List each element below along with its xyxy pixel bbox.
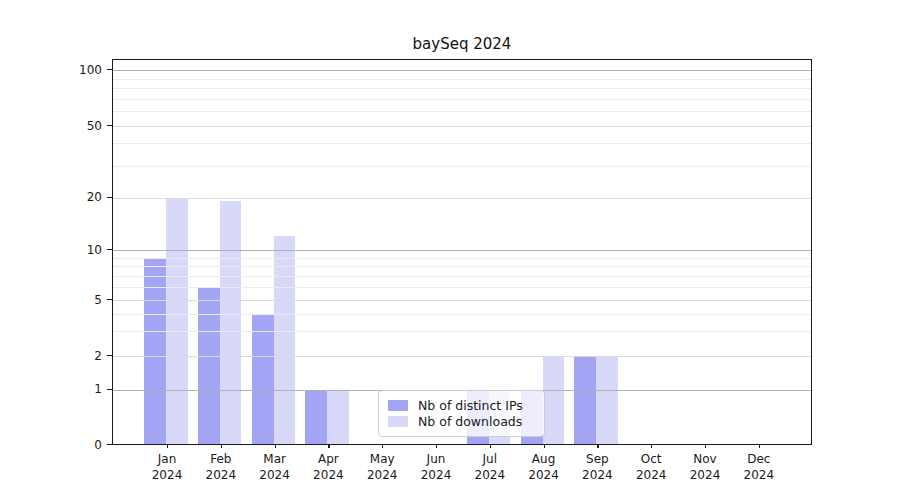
y-tick-mark-0 <box>107 444 112 445</box>
legend-item-downloads: Nb of downloads <box>388 414 534 429</box>
y-tick-label-10: 10 <box>56 243 102 257</box>
bar-distinct-ips-jan <box>144 258 166 444</box>
gridline-60 <box>113 111 811 112</box>
x-tick-mark-may <box>382 444 383 448</box>
gridline-70 <box>113 99 811 100</box>
gridline-80 <box>113 88 811 89</box>
gridline-100 <box>113 70 811 71</box>
gridline-20 <box>113 198 811 199</box>
gridline-4 <box>113 314 811 315</box>
gridline-8 <box>113 266 811 267</box>
legend-label-downloads: Nb of downloads <box>418 414 522 429</box>
y-tick-label-20: 20 <box>56 190 102 204</box>
y-tick-mark-10 <box>107 249 112 250</box>
gridline-3 <box>113 331 811 332</box>
bar-downloads-feb <box>220 201 242 444</box>
y-tick-mark-1 <box>107 389 112 390</box>
x-tick-label-jul: Jul2024 <box>475 451 506 483</box>
x-tick-label-dec: Dec2024 <box>744 451 775 483</box>
legend-swatch-distinct-ips-icon <box>388 400 408 411</box>
gridline-9 <box>113 258 811 259</box>
x-tick-mark-feb <box>221 444 222 448</box>
gridline-5 <box>113 300 811 301</box>
x-tick-mark-nov <box>705 444 706 448</box>
x-tick-label-oct: Oct2024 <box>636 451 667 483</box>
gridline-7 <box>113 276 811 277</box>
bar-distinct-ips-apr <box>305 390 327 445</box>
x-tick-mark-aug <box>544 444 545 448</box>
gridline-2 <box>113 356 811 357</box>
y-tick-mark-20 <box>107 197 112 198</box>
x-tick-label-nov: Nov2024 <box>690 451 721 483</box>
legend: Nb of distinct IPs Nb of downloads <box>378 390 545 437</box>
legend-label-distinct-ips: Nb of distinct IPs <box>418 398 523 413</box>
x-tick-mark-dec <box>759 444 760 448</box>
bar-downloads-sep <box>596 356 618 444</box>
x-tick-mark-jul <box>490 444 491 448</box>
bar-downloads-mar <box>274 236 296 444</box>
x-tick-mark-mar <box>275 444 276 448</box>
gridline-50 <box>113 126 811 127</box>
gridline-90 <box>113 79 811 80</box>
x-tick-mark-jan <box>167 444 168 448</box>
gridline-10 <box>113 250 811 251</box>
gridline-30 <box>113 166 811 167</box>
gridline-6 <box>113 287 811 288</box>
x-tick-label-may: May2024 <box>367 451 398 483</box>
y-tick-label-0: 0 <box>56 438 102 452</box>
y-tick-label-100: 100 <box>56 63 102 77</box>
x-tick-label-mar: Mar2024 <box>259 451 290 483</box>
bar-downloads-apr <box>327 390 349 445</box>
bar-distinct-ips-mar <box>252 314 274 444</box>
chart-title: baySeq 2024 <box>113 35 811 53</box>
y-tick-mark-50 <box>107 125 112 126</box>
y-tick-label-50: 50 <box>56 119 102 133</box>
y-tick-label-2: 2 <box>56 349 102 363</box>
legend-item-distinct-ips: Nb of distinct IPs <box>388 398 534 413</box>
legend-swatch-downloads-icon <box>388 416 408 427</box>
bar-distinct-ips-sep <box>574 356 596 444</box>
x-tick-label-apr: Apr2024 <box>313 451 344 483</box>
x-tick-label-jan: Jan2024 <box>152 451 183 483</box>
x-tick-mark-oct <box>651 444 652 448</box>
x-tick-label-feb: Feb2024 <box>206 451 237 483</box>
bar-downloads-jan <box>166 198 188 445</box>
x-tick-mark-sep <box>597 444 598 448</box>
figure: baySeq 2024 Nb of distinct IPs Nb of dow… <box>0 0 900 500</box>
y-tick-label-5: 5 <box>56 293 102 307</box>
y-tick-label-1: 1 <box>56 382 102 396</box>
gridline-40 <box>113 143 811 144</box>
y-tick-mark-100 <box>107 69 112 70</box>
bar-distinct-ips-feb <box>198 287 220 444</box>
x-tick-label-sep: Sep2024 <box>582 451 613 483</box>
x-tick-label-aug: Aug2024 <box>528 451 559 483</box>
plot-area: Nb of distinct IPs Nb of downloads <box>112 59 812 445</box>
bar-downloads-aug <box>543 356 565 444</box>
x-tick-label-jun: Jun2024 <box>421 451 452 483</box>
x-tick-mark-jun <box>436 444 437 448</box>
y-tick-mark-2 <box>107 355 112 356</box>
y-tick-mark-5 <box>107 299 112 300</box>
x-tick-mark-apr <box>328 444 329 448</box>
